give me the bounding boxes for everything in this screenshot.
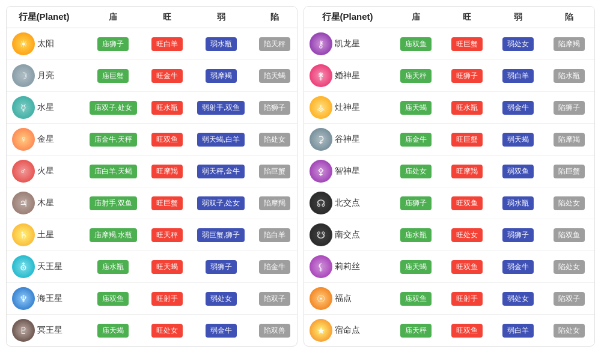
planet-cell: ☉福点 (306, 286, 389, 311)
wang-badge: 旺双鱼 (451, 260, 483, 274)
miao-badge: 庙金牛,天秤 (90, 133, 137, 147)
xian-badge: 陷天秤 (259, 37, 290, 51)
miao-badge: 庙水瓶 (400, 228, 432, 242)
right-table: 行星(Planet) 庙 旺 弱 陷 ⚷凯龙星庙双鱼旺巨蟹弱处女陷摩羯⚵婚神星庙… (304, 7, 594, 346)
planet-icon: ♇ (12, 319, 35, 342)
planet-symbol: ♆ (19, 293, 28, 305)
table-row: ⚴智神星庙处女旺摩羯弱双鱼陷巨蟹 (304, 156, 594, 187)
planet-icon: ⚸ (310, 255, 332, 278)
wang-badge: 旺处女 (151, 324, 183, 338)
table-row: ♆海王星庙双鱼旺射手弱处女陷双子 (7, 283, 297, 315)
planet-cell: ☿水星 (8, 95, 79, 120)
miao-badge: 庙天蝎 (400, 101, 432, 115)
planet-icon: ♆ (12, 287, 35, 310)
xian-badge: 陷双子 (259, 292, 290, 306)
wang-badge: 旺巨蟹 (151, 196, 183, 210)
planet-symbol: ☋ (317, 229, 325, 241)
planet-symbol: ⚴ (317, 166, 325, 177)
ruo-badge: 弱狮子 (502, 228, 534, 242)
table-row: ♄土星庙摩羯,水瓶旺天秤弱巨蟹,狮子陷白羊 (7, 219, 297, 251)
xian-badge: 陷金牛 (259, 260, 290, 274)
right-table-container: 行星(Planet) 庙 旺 弱 陷 ⚷凯龙星庙双鱼旺巨蟹弱处女陷摩羯⚵婚神星庙… (304, 6, 595, 347)
miao-badge: 庙狮子 (97, 37, 129, 51)
planet-symbol: ☊ (317, 198, 325, 209)
planet-icon: ☽ (12, 64, 35, 87)
planet-icon: ☉ (310, 287, 332, 310)
right-header-miao: 庙 (391, 7, 442, 28)
ruo-badge: 弱天蝎,白羊 (197, 133, 245, 147)
planet-symbol: ⚸ (317, 261, 325, 273)
wang-badge: 旺水瓶 (151, 101, 183, 115)
miao-badge: 庙双鱼 (400, 37, 432, 51)
table-row: ♀金星庙金牛,天秤旺双鱼弱天蝎,白羊陷处女 (7, 124, 297, 156)
page-wrapper: 行星(Planet) 庙 旺 弱 陷 ☀太阳庙狮子旺白羊弱水瓶陷天秤☽月亮庙巨蟹… (6, 6, 595, 347)
table-row: ♃木星庙射手,双鱼旺巨蟹弱双子,处女陷摩羯 (7, 187, 297, 219)
planet-cell: ⚶灶神星 (306, 95, 389, 120)
planet-cell: ♃木星 (8, 190, 79, 216)
planet-symbol: ♂ (20, 166, 27, 177)
table-row: ♇冥王星庙天蝎旺处女弱金牛陷双兽 (7, 315, 297, 347)
wang-badge: 旺金牛 (151, 69, 183, 83)
planet-cell: ☽月亮 (8, 63, 79, 88)
planet-name: 南交点 (335, 229, 360, 240)
planet-symbol: ★ (317, 325, 325, 336)
xian-badge: 陷处女 (554, 260, 585, 274)
planet-cell: ♂火星 (8, 159, 79, 184)
ruo-badge: 弱白羊 (502, 324, 534, 338)
miao-badge: 庙天秤 (400, 69, 432, 83)
planet-icon: ⚶ (310, 96, 332, 119)
ruo-badge: 弱白羊 (502, 69, 534, 83)
planet-cell: ⚵婚神星 (306, 63, 389, 88)
miao-badge: 庙处女 (400, 165, 432, 178)
planet-cell: ♆海王星 (8, 286, 79, 311)
left-table-container: 行星(Planet) 庙 旺 弱 陷 ☀太阳庙狮子旺白羊弱水瓶陷天秤☽月亮庙巨蟹… (6, 6, 297, 347)
planet-name: 灶神星 (335, 102, 360, 113)
planet-name: 婚神星 (335, 70, 360, 81)
planet-icon: ⚷ (310, 32, 332, 55)
planet-symbol: ☽ (19, 70, 28, 82)
xian-badge: 陷白羊 (259, 228, 290, 242)
table-row: ☊北交点庙狮子旺双鱼弱水瓶陷处女 (304, 187, 594, 219)
planet-cell: ☊北交点 (306, 190, 389, 216)
miao-badge: 庙狮子 (400, 196, 432, 210)
planet-symbol: ⚵ (317, 70, 325, 82)
wang-badge: 旺天蝎 (151, 260, 183, 274)
wang-badge: 旺水瓶 (451, 101, 483, 115)
planet-name: 太阳 (37, 38, 54, 49)
wang-badge: 旺双鱼 (451, 324, 483, 338)
planet-name: 木星 (37, 198, 54, 208)
planet-name: 月亮 (37, 70, 54, 81)
right-header-ruo: 弱 (493, 7, 544, 28)
xian-badge: 陷摩羯 (259, 196, 290, 210)
xian-badge: 陷双子 (554, 292, 585, 306)
planet-icon: ♂ (12, 160, 35, 183)
planet-symbol: ⚳ (317, 134, 325, 145)
wang-badge: 旺巨蟹 (451, 133, 483, 147)
miao-badge: 庙白羊,天蝎 (90, 165, 137, 178)
xian-badge: 陷双兽 (259, 324, 290, 338)
planet-name: 福点 (335, 293, 352, 304)
planet-name: 谷神星 (335, 134, 360, 145)
miao-badge: 庙双子,处女 (90, 101, 137, 115)
xian-badge: 陷巨蟹 (554, 165, 585, 178)
planet-icon: ♃ (12, 192, 35, 214)
planet-cell: ☀太阳 (8, 31, 79, 56)
planet-cell: ♄土星 (8, 222, 79, 247)
planet-icon: ☀ (12, 32, 35, 55)
planet-symbol: ⚶ (317, 102, 325, 114)
wang-badge: 旺白羊 (151, 37, 183, 51)
xian-badge: 陷处女 (259, 133, 290, 147)
planet-cell: ⛢天王星 (8, 254, 79, 279)
wang-badge: 旺双鱼 (151, 133, 183, 147)
ruo-badge: 弱金牛 (502, 260, 534, 274)
table-row: ☽月亮庙巨蟹旺金牛弱摩羯陷天蝎 (7, 60, 297, 92)
planet-name: 火星 (37, 166, 54, 177)
planet-symbol: ☀ (19, 38, 28, 50)
planet-icon: ⚴ (310, 160, 332, 183)
planet-symbol: ♀ (20, 134, 27, 145)
left-table: 行星(Planet) 庙 旺 弱 陷 ☀太阳庙狮子旺白羊弱水瓶陷天秤☽月亮庙巨蟹… (7, 7, 297, 346)
xian-badge: 陷处女 (554, 324, 585, 338)
left-header-ruo: 弱 (189, 7, 253, 28)
planet-icon: ♄ (12, 223, 35, 246)
planet-name: 北交点 (335, 198, 360, 208)
